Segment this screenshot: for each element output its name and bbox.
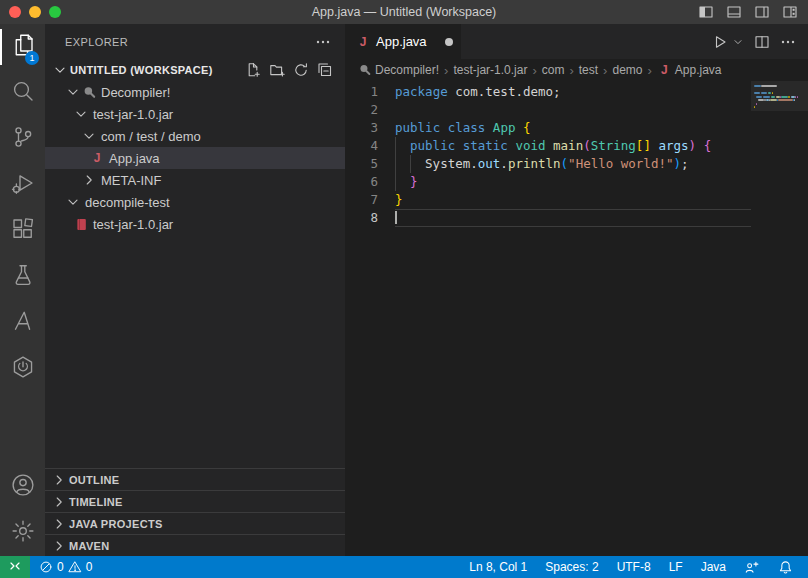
feedback-icon[interactable] xyxy=(744,559,760,575)
code-token: ; xyxy=(681,156,689,171)
explorer-sidebar: EXPLORER UNTITLED (WORKSPACE) Decompiler… xyxy=(45,24,345,556)
line-number: 7 xyxy=(345,191,395,209)
tree-item-decompile-test[interactable]: decompile-test xyxy=(45,191,345,213)
sidebar-header: EXPLORER xyxy=(45,24,345,59)
activity-item-search[interactable] xyxy=(0,70,45,116)
more-icon[interactable] xyxy=(780,34,796,50)
breadcrumb-item[interactable]: Decompiler! xyxy=(357,63,439,78)
editor-group: J App.java Decompiler!›test-jar-1.0.jar›… xyxy=(345,24,808,556)
breadcrumb-separator: › xyxy=(647,63,651,78)
tree-item-test-jar-1-0-jar[interactable]: test-jar-1.0.jar xyxy=(45,103,345,125)
code-token: ( xyxy=(583,138,591,153)
code-token xyxy=(546,138,554,153)
code-token: main xyxy=(553,138,583,153)
text-cursor xyxy=(395,211,397,224)
warning-icon xyxy=(68,560,82,574)
tree-item-test-jar-1-0-jar[interactable]: test-jar-1.0.jar xyxy=(45,213,345,235)
code-token: println xyxy=(508,156,561,171)
run-icon[interactable] xyxy=(712,34,728,50)
java-file-icon: J xyxy=(355,34,371,50)
dirty-indicator-dot[interactable] xyxy=(445,38,453,46)
tab-app-java[interactable]: J App.java xyxy=(345,24,461,59)
code-token: { xyxy=(523,120,531,135)
activity-item-run-debug[interactable] xyxy=(0,162,45,208)
status-indentation[interactable]: Spaces: 2 xyxy=(545,560,598,574)
section-outline[interactable]: OUTLINE xyxy=(45,468,345,490)
search-icon xyxy=(11,79,35,107)
breadcrumb-item[interactable]: com xyxy=(542,63,565,77)
status-eol[interactable]: LF xyxy=(669,560,683,574)
workspace-root-row[interactable]: UNTITLED (WORKSPACE) xyxy=(45,59,345,81)
close-window-button[interactable] xyxy=(9,6,21,18)
activity-item-settings[interactable] xyxy=(0,510,45,556)
zoom-window-button[interactable] xyxy=(49,6,61,18)
indent-guide xyxy=(395,173,410,191)
activity-item-explorer[interactable]: 1 xyxy=(0,24,45,70)
line-number: 3 xyxy=(345,119,395,137)
section-label: JAVA PROJECTS xyxy=(69,518,163,530)
run-debug-icon xyxy=(11,171,35,199)
source-control-icon xyxy=(11,125,35,153)
line-number: 8 xyxy=(345,209,395,227)
minimap[interactable] xyxy=(751,81,808,556)
split-editor-icon[interactable] xyxy=(754,34,770,50)
section-timeline[interactable]: TIMELINE xyxy=(45,490,345,512)
activity-item-extensions[interactable] xyxy=(0,208,45,254)
status-cursor-position[interactable]: Ln 8, Col 1 xyxy=(469,560,527,574)
new-folder-icon[interactable] xyxy=(269,62,285,78)
activity-item-accounts[interactable] xyxy=(0,464,45,510)
tree-item-com-test-demo[interactable]: com / test / demo xyxy=(45,125,345,147)
tree-item-meta-inf[interactable]: META-INF xyxy=(45,169,345,191)
code-token xyxy=(455,138,463,153)
explorer-more-actions-button[interactable] xyxy=(315,34,331,50)
line-number: 1 xyxy=(345,83,395,101)
section-label: OUTLINE xyxy=(69,474,119,486)
main-area: 1 EXPLORER UNTITLED (WORKSPACE) Decompil… xyxy=(0,24,808,556)
line-content: } xyxy=(395,173,751,191)
line-content xyxy=(395,209,751,227)
problems-indicator[interactable]: 0 0 xyxy=(39,560,92,574)
breadcrumb-item[interactable]: demo xyxy=(612,63,642,77)
breadcrumb-item[interactable]: JApp.java xyxy=(657,63,722,78)
toggle-secondary-sidebar-icon[interactable] xyxy=(754,4,770,20)
breadcrumb-label: demo xyxy=(612,63,642,77)
remote-indicator[interactable] xyxy=(0,556,30,578)
toggle-sidebar-icon[interactable] xyxy=(698,4,714,20)
activity-item-testing[interactable] xyxy=(0,254,45,300)
jar-file-icon xyxy=(73,216,89,232)
toggle-panel-icon[interactable] xyxy=(726,4,742,20)
bell-icon[interactable] xyxy=(778,559,794,575)
minimize-window-button[interactable] xyxy=(29,6,41,18)
activity-item-spring-boot[interactable] xyxy=(0,346,45,392)
tree-item-app-java[interactable]: JApp.java xyxy=(45,147,345,169)
error-count: 0 xyxy=(57,560,64,574)
tree-item-decompiler-[interactable]: Decompiler! xyxy=(45,81,345,103)
status-bar: 0 0 Ln 8, Col 1Spaces: 2UTF-8LFJava xyxy=(0,556,808,578)
code-token xyxy=(485,120,493,135)
code-token: args xyxy=(658,138,688,153)
code-line-2: 2 xyxy=(345,101,751,119)
activity-item-azure[interactable] xyxy=(0,300,45,346)
breadcrumb-item[interactable]: test xyxy=(579,63,598,77)
breadcrumb-item[interactable]: test-jar-1.0.jar xyxy=(453,63,527,77)
refresh-icon[interactable] xyxy=(293,62,309,78)
collapse-all-icon[interactable] xyxy=(317,62,333,78)
tree-item-label: META-INF xyxy=(101,173,161,188)
code-token: package xyxy=(395,84,448,99)
breadcrumb-label: App.java xyxy=(675,63,722,77)
chevron-right-icon xyxy=(51,494,67,510)
new-file-icon[interactable] xyxy=(245,62,261,78)
chevron-down-icon xyxy=(65,84,81,100)
section-maven[interactable]: MAVEN xyxy=(45,534,345,556)
code-token: "Hello world!" xyxy=(568,156,673,171)
status-language-mode[interactable]: Java xyxy=(701,560,726,574)
customize-layout-icon[interactable] xyxy=(782,4,798,20)
section-java-projects[interactable]: JAVA PROJECTS xyxy=(45,512,345,534)
editor-actions xyxy=(712,24,808,59)
status-encoding[interactable]: UTF-8 xyxy=(617,560,651,574)
activity-item-source-control[interactable] xyxy=(0,116,45,162)
code-editor[interactable]: 1package com.test.demo;23public class Ap… xyxy=(345,81,808,556)
breadcrumb-separator: › xyxy=(603,63,607,78)
account-icon xyxy=(11,473,35,501)
chevron-down-icon[interactable] xyxy=(732,34,744,50)
